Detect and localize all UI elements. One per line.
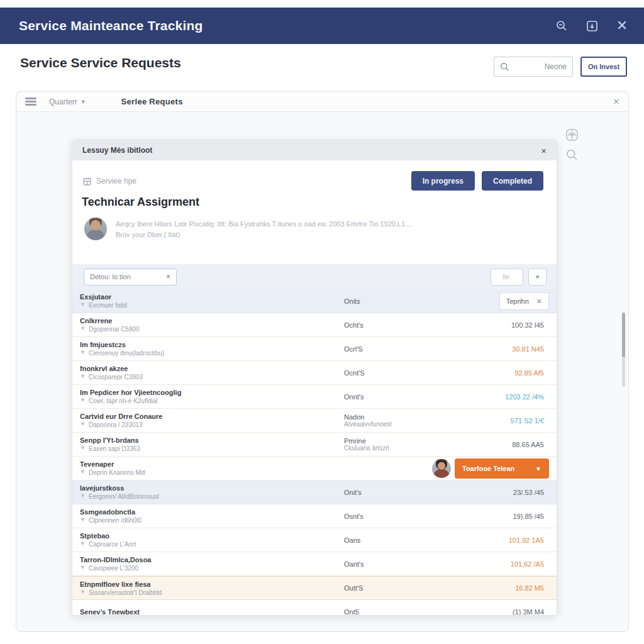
- row-subtitle: ▼Ciensenuy dmu(ladroclrbu): [80, 349, 344, 357]
- caret-icon: ▼: [80, 444, 86, 452]
- table-row[interactable]: Etnpmlfloev lixe fiesa▼Sisoarv/enastotr'…: [72, 576, 557, 600]
- service-type-label: Serviee hpe: [96, 177, 136, 186]
- modal-close-icon[interactable]: ×: [541, 145, 547, 156]
- row-units: Onnt's: [344, 393, 438, 401]
- caret-icon: ▼: [80, 396, 86, 404]
- modal-title: Lessuy Mės ibitloot: [82, 146, 152, 155]
- row-subtitle: ▼Deprin Knanons Mitl: [80, 469, 344, 477]
- table-row[interactable]: Ssmgeadobnctla▼Clpnennen /d6h0l0Osnt's19…: [72, 504, 557, 528]
- caret-icon: ▼: [80, 420, 86, 428]
- chip-remove-icon[interactable]: ✕: [536, 297, 542, 306]
- clear-filter-icon[interactable]: ×: [166, 272, 170, 281]
- service-type-row: Serviee hpe In progress Completed: [82, 171, 547, 191]
- filter-chip[interactable]: Teprihn✕: [499, 292, 549, 310]
- row-units: Osnt's: [344, 513, 438, 520]
- service-type-label-wrap: Serviee hpe: [82, 177, 136, 186]
- caret-icon: ▼: [80, 325, 86, 333]
- row-value: (1) 3M M4: [438, 608, 557, 616]
- row-units: PmrineCksluaria ârtszrl: [344, 437, 438, 452]
- caret-icon: ▼: [80, 540, 86, 548]
- close-icon[interactable]: ✕: [615, 19, 629, 33]
- search-icon[interactable]: [555, 19, 569, 33]
- assign-technician-button[interactable]: Toarfooe Telean▼: [455, 458, 549, 479]
- panel-close-icon[interactable]: ×: [613, 96, 619, 108]
- service-requests-panel: Quarterr ▼ Serlee Requets × Lessuy Mės i…: [16, 91, 629, 632]
- location-filter-value: Detou: lo tion: [90, 273, 131, 280]
- row-title: Im fmjuestczs: [80, 340, 344, 349]
- location-filter-input[interactable]: Detou: lo tion ×: [84, 269, 177, 286]
- in-progress-button[interactable]: In progress: [411, 171, 475, 191]
- page-header: Service Service Requests Neone On Invest: [0, 44, 644, 86]
- search-input[interactable]: Neone: [494, 57, 573, 77]
- row-subtitle: ▼Eaxen sapi D3363: [80, 445, 344, 453]
- grid-icon[interactable]: [565, 128, 579, 142]
- table-row[interactable]: Stptebao▼Caproarce L'AortOans101.92 1A5: [72, 528, 557, 552]
- panel-body: Lessuy Mės ibitloot × Serviee hpe In pro…: [17, 113, 628, 631]
- caret-icon: ▼: [80, 468, 86, 476]
- caret-icon: ▼: [80, 564, 86, 572]
- row-value: 30.81 N45: [438, 345, 557, 353]
- invest-button[interactable]: On Invest: [580, 57, 627, 77]
- row-title: Cnlkrrene: [80, 316, 344, 325]
- table-row[interactable]: Senev's TnewbextOnt5(1) 3M M4: [72, 600, 557, 616]
- row-value: 101,62 /A5: [438, 560, 557, 568]
- row-value: 23/.53 /45: [438, 489, 557, 496]
- row-subtitle: ▼Cavspwee L'3200: [80, 564, 344, 572]
- row-value: 92.85 Af5: [438, 369, 557, 377]
- search-placeholder: Neone: [545, 62, 567, 71]
- zoom-icon[interactable]: [565, 148, 579, 162]
- panel-title: Serlee Requets: [121, 97, 183, 106]
- mini-filter-input[interactable]: Ile.: [491, 269, 523, 286]
- caret-icon: ▼: [80, 492, 86, 500]
- table-row[interactable]: Im Pepdicer hor Vjieetncooglig▼Cowr, tap…: [72, 385, 557, 409]
- assignment-modal: Lessuy Mės ibitloot × Serviee hpe In pro…: [72, 140, 557, 616]
- row-units: Ont5: [344, 608, 438, 616]
- quarter-dropdown[interactable]: Quarterr ▼: [49, 97, 86, 106]
- caret-icon: ▼: [80, 372, 86, 380]
- row-title: Im Pepdicer hor Vjieetncooglig: [80, 388, 344, 397]
- scrollbar[interactable]: [622, 301, 625, 465]
- row-title: fnonkrvl akzee: [80, 364, 344, 373]
- row-subtitle: ▼Dapoonra / 233013: [80, 421, 344, 429]
- row-subtitle: ▼Caproarce L'Aort: [80, 540, 344, 548]
- caret-icon: ▼: [80, 348, 86, 357]
- table-row[interactable]: Im fmjuestczs▼Ciensenuy dmu(ladroclrbu)O…: [72, 337, 557, 361]
- row-value: 101.92 1A5: [438, 536, 557, 544]
- mini-clear-button[interactable]: ×: [528, 269, 547, 286]
- table-row[interactable]: Exsjutaor▼Evcmuer fatidOnitsTeprihn✕: [72, 289, 557, 313]
- row-title: Etnpmlfloev lixe fiesa: [80, 580, 344, 589]
- table-row[interactable]: Senpp I'Yt-brdans▼Eaxen sapi D3363Pmrine…: [72, 433, 557, 457]
- table-row[interactable]: Cartvid eur Drre Conaure▼Dapoonra / 2330…: [72, 409, 557, 433]
- row-value: 1203 22 /4%: [438, 393, 557, 401]
- row-title: Cartvid eur Drre Conaure: [80, 412, 344, 421]
- row-title: Ssmgeadobnctla: [80, 508, 344, 516]
- row-units: Oant's: [344, 560, 438, 568]
- panel-header: Quarterr ▼ Serlee Requets ×: [16, 92, 628, 112]
- row-value: 16.82 M5: [438, 584, 557, 592]
- modal-header: Lessuy Mės ibitloot ×: [72, 140, 557, 160]
- assignee-avatar: [432, 459, 451, 478]
- row-value: 19).85 /45: [438, 513, 557, 520]
- filter-bar: Detou: lo tion × Ile. ×: [72, 264, 557, 289]
- table-row[interactable]: Cnlkrrene▼Dgopennai C5800Ocht's100.32 I4…: [72, 313, 557, 337]
- row-units: Oans: [344, 536, 438, 544]
- row-title: Tevenaper: [80, 460, 344, 469]
- row-value: 88.65 AA5: [438, 441, 557, 448]
- row-subtitle: ▼Cowr, tapr rin-e K2ufldial: [80, 397, 344, 405]
- scrollbar-thumb[interactable]: [622, 313, 625, 358]
- quarter-dropdown-label: Quarterr: [49, 97, 77, 106]
- row-units: Ocnt'S: [344, 369, 438, 377]
- row-subtitle: ▼Eergoren/ AlildBstorosusl: [80, 492, 344, 501]
- app-title-bar: Service Mainteance Tracking ✕: [0, 8, 644, 44]
- menu-icon[interactable]: [25, 97, 36, 106]
- row-units-sub: Alvéaaivvfunoest: [344, 421, 438, 428]
- table-row[interactable]: lavejurstkoss▼Eergoren/ AlildBstorosuslO…: [72, 480, 557, 504]
- table-row[interactable]: Tarron-IDlmlca,Dosoa▼Cavspwee L'3200Oant…: [72, 552, 557, 576]
- row-title: Exsjutaor: [80, 292, 344, 301]
- table-row[interactable]: fnonkrvl akzee▼Cicosparepr C3903Ocnt'S92…: [72, 361, 557, 385]
- table-row[interactable]: Tevenaper▼Deprin Knanons MitlToarfooe Te…: [72, 457, 557, 480]
- row-units-sub: Cksluaria ârtszrl: [344, 445, 438, 452]
- technician-description-line2: Brov your Dber.( Itat): [116, 230, 411, 240]
- export-icon[interactable]: [585, 19, 599, 33]
- completed-button[interactable]: Completed: [482, 171, 543, 191]
